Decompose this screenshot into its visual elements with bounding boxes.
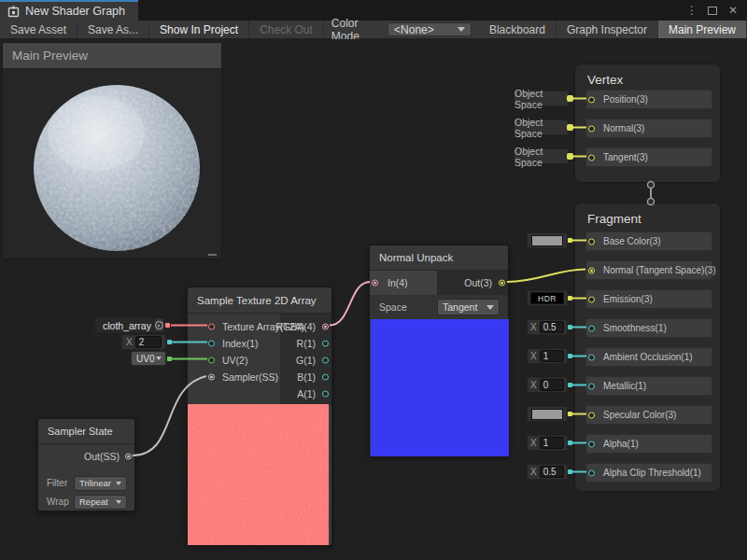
main-preview-viewport[interactable] [3, 68, 221, 259]
fragment-slot-ambient-occlusion[interactable]: Ambient Occlusion(1) [585, 347, 712, 367]
graph-inspector-toggle-button[interactable]: Graph Inspector [557, 21, 658, 38]
output-rgba[interactable]: RGBA(4) [280, 318, 331, 334]
graph-canvas[interactable]: Main Preview [0, 39, 747, 560]
port-in4[interactable] [372, 280, 378, 287]
smoothness-default-input[interactable]: X 0.5 [527, 319, 568, 335]
fragment-slot-base-color[interactable]: Base Color(3) [585, 231, 712, 251]
maximize-icon[interactable] [704, 2, 721, 19]
base-color-swatch-widget[interactable] [527, 232, 568, 248]
output-a[interactable]: A(1) [280, 385, 331, 401]
output-g[interactable]: G(1) [280, 352, 331, 368]
space-dropdown[interactable]: Tangent [437, 299, 500, 315]
output-r[interactable]: R(1) [280, 335, 331, 351]
hdr-color-field[interactable]: HDR [530, 292, 564, 304]
save-as-button[interactable]: Save As... [78, 21, 149, 38]
normal-unpack-in-slot[interactable]: In(4) [370, 271, 437, 295]
fragment-context-node[interactable]: Fragment Base Color(3) Normal (Tangent S… [574, 203, 721, 492]
normal-unpack-node[interactable]: Normal Unpack In(4) Out(3) Space Tangent [369, 245, 509, 456]
main-preview-header[interactable]: Main Preview [3, 43, 221, 68]
alpha-clip-default-input[interactable]: X 0.5 [527, 464, 568, 480]
panel-resize-handle[interactable] [208, 254, 217, 256]
port-sampler[interactable] [208, 373, 215, 380]
port-metallic[interactable] [588, 383, 595, 389]
color-mode-dropdown[interactable]: <None> [388, 22, 472, 36]
normal-space-pill[interactable]: Object Space [514, 119, 569, 135]
fragment-slot-smoothness[interactable]: Smoothness(1) [585, 318, 712, 338]
vertex-slot-tangent[interactable]: Tangent(3) [585, 147, 712, 167]
port-uv[interactable] [208, 357, 215, 363]
port-specular-color[interactable] [588, 412, 595, 418]
blackboard-toggle-button[interactable]: Blackboard [479, 21, 557, 38]
vertex-context-node[interactable]: Vertex Position(3) Normal(3) Tangent(3) [574, 63, 721, 183]
fragment-slot-alpha[interactable]: Alpha(1) [585, 434, 712, 454]
port-r[interactable] [322, 340, 329, 346]
port-a[interactable] [322, 390, 329, 397]
ao-default-input[interactable]: X 1 [527, 348, 568, 364]
normal-unpack-out-slot[interactable]: Out(3) [437, 271, 508, 295]
more-menu-icon[interactable]: ⋮ [684, 2, 700, 19]
port-position[interactable] [588, 96, 595, 103]
fragment-slot-alpha-clip[interactable]: Alpha Clip Threshold(1) [585, 463, 712, 483]
port-tangent[interactable] [588, 154, 595, 161]
fragment-slot-specular-color[interactable]: Specular Color(3) [585, 405, 712, 425]
port-alpha-clip-threshold[interactable] [588, 469, 595, 476]
fragment-slot-metallic[interactable]: Metallic(1) [585, 376, 712, 396]
input-index[interactable]: Index(1) [188, 335, 281, 351]
port-g[interactable] [322, 357, 329, 363]
wire-rgba-to-in[interactable] [330, 282, 370, 326]
color-swatch[interactable] [531, 235, 563, 246]
port-normal-tangent-space[interactable] [588, 267, 595, 273]
value-field[interactable]: 0.5 [540, 321, 564, 333]
fragment-title: Fragment [575, 203, 720, 226]
index-default-input[interactable]: X 2 [121, 334, 166, 350]
port-ambient-occlusion[interactable] [588, 354, 595, 360]
exposed-property-icon[interactable] [155, 319, 163, 331]
emission-hdr-widget[interactable]: HDR [527, 290, 568, 306]
uv-channel-dropdown[interactable]: UV0 [131, 351, 166, 366]
output-b[interactable]: B(1) [280, 369, 331, 385]
vertex-slot-normal[interactable]: Normal(3) [585, 119, 712, 138]
value-field[interactable]: 2 [135, 336, 162, 348]
sampler-state-node[interactable]: Sampler State Out(SS) Filter Trilinear W… [37, 418, 135, 511]
show-in-project-button[interactable]: Show In Project [149, 21, 249, 38]
port-texture-array[interactable] [208, 323, 215, 329]
port-b[interactable] [322, 373, 329, 380]
tangent-space-pill[interactable]: Object Space [514, 148, 569, 164]
close-icon[interactable]: ✕ [725, 2, 741, 19]
vertex-slot-position[interactable]: Position(3) [585, 90, 712, 109]
port-smoothness[interactable] [588, 325, 595, 331]
tab-new-shader-graph[interactable]: New Shader Graph [0, 0, 138, 21]
sampler-state-out-slot[interactable]: Out(SS) [38, 444, 134, 469]
port-alpha[interactable] [588, 441, 595, 447]
wrap-row: Wrap Repeat [38, 494, 134, 510]
fragment-slot-emission[interactable]: Emission(3) [585, 289, 712, 309]
position-space-pill[interactable]: Object Space [514, 91, 569, 106]
value-field[interactable]: 1 [540, 437, 564, 449]
port-rgba[interactable] [322, 323, 329, 329]
specular-swatch-widget[interactable] [527, 406, 568, 422]
main-preview-toggle-button[interactable]: Main Preview [658, 21, 747, 38]
port-emission[interactable] [588, 296, 595, 302]
cloth-array-property-pill[interactable]: cloth_array [94, 317, 162, 333]
input-sampler[interactable]: Sampler(SS) [188, 369, 281, 385]
sample-texture-2d-array-node[interactable]: Sample Texture 2D Array Texture Array(T2… [187, 287, 332, 546]
value-field[interactable]: 1 [540, 350, 564, 362]
main-preview-panel[interactable]: Main Preview [2, 42, 222, 259]
color-swatch[interactable] [531, 409, 563, 420]
port-index[interactable] [208, 340, 215, 346]
fragment-slot-normal-ts[interactable]: Normal (Tangent Space)(3) [585, 260, 712, 280]
port-base-color[interactable] [588, 238, 595, 245]
vertex-title: Vertex [575, 64, 720, 87]
metallic-default-input[interactable]: X 0 [527, 377, 568, 393]
wrap-dropdown[interactable]: Repeat [74, 495, 127, 510]
value-field[interactable]: 0 [540, 379, 564, 391]
value-field[interactable]: 0.5 [540, 466, 564, 478]
port-out3[interactable] [499, 280, 505, 287]
input-texture-array[interactable]: Texture Array(T2A) [188, 318, 281, 334]
save-asset-button[interactable]: Save Asset [0, 21, 78, 38]
input-uv[interactable]: UV(2) [188, 352, 281, 368]
port-normal[interactable] [588, 125, 595, 132]
alpha-default-input[interactable]: X 1 [527, 435, 568, 451]
filter-dropdown[interactable]: Trilinear [74, 476, 127, 491]
port-out-ss[interactable] [125, 454, 132, 460]
